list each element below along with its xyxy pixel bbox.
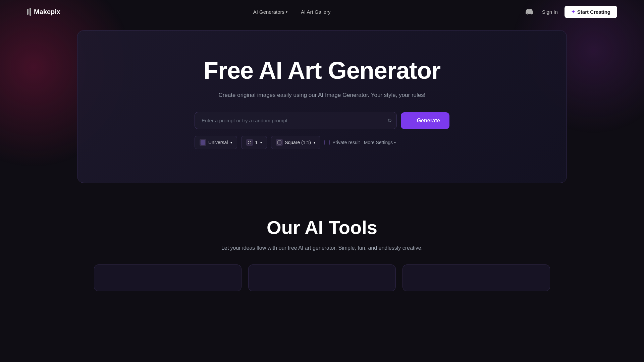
more-settings-chevron-icon: ▾ — [394, 141, 396, 144]
logo-bar-1 — [27, 9, 29, 15]
controls-row: Universal ▾ 1 ▾ Square (1 — [195, 136, 449, 149]
svg-rect-4 — [278, 141, 281, 144]
nav-ai-art-gallery[interactable]: AI Art Gallery — [301, 9, 330, 15]
model-chevron-icon: ▾ — [230, 141, 232, 144]
count-chevron-icon: ▾ — [260, 141, 262, 144]
discord-button[interactable] — [523, 6, 535, 18]
sparkle-icon: ✦ — [571, 9, 575, 14]
navbar-right: Sign In ✦ Start Creating — [523, 6, 617, 18]
ai-tools-subtitle: Let your ideas flow with our free AI art… — [27, 245, 617, 251]
nav-ai-generators[interactable]: AI Generators ▾ — [253, 9, 287, 15]
count-icon — [246, 139, 253, 146]
aspect-ratio-selector[interactable]: Square (1:1) ▾ — [271, 136, 320, 149]
model-icon — [200, 139, 206, 146]
prompt-area: ↻ ✦ Generate — [195, 112, 449, 129]
ai-tools-title: Our AI Tools — [27, 217, 617, 238]
svg-rect-0 — [248, 141, 249, 142]
tool-card-3[interactable] — [402, 264, 550, 291]
refresh-icon[interactable]: ↻ — [387, 117, 392, 124]
generate-sparkle-icon: ✦ — [410, 118, 414, 123]
ai-tools-section: Our AI Tools Let your ideas flow with ou… — [0, 196, 644, 305]
logo-link[interactable]: Makepix — [27, 8, 60, 16]
svg-rect-3 — [250, 143, 251, 144]
private-result-control[interactable]: Private result — [324, 140, 360, 145]
svg-rect-1 — [250, 141, 251, 142]
logo-icon — [27, 8, 31, 16]
prompt-input[interactable] — [195, 112, 396, 129]
navbar: Makepix AI Generators ▾ AI Art Gallery S… — [0, 0, 644, 23]
signin-button[interactable]: Sign In — [542, 9, 558, 15]
aspect-icon — [276, 139, 283, 146]
model-selector[interactable]: Universal ▾ — [195, 136, 237, 149]
hero-subtitle: Create original images easily using our … — [91, 92, 553, 99]
chevron-down-icon: ▾ — [286, 10, 287, 14]
generate-button[interactable]: ✦ Generate — [401, 112, 449, 129]
discord-icon — [526, 8, 533, 15]
aspect-chevron-icon: ▾ — [314, 141, 315, 144]
prompt-input-wrapper: ↻ — [195, 112, 397, 129]
logo-bar-2 — [30, 8, 31, 16]
hero-title: Free AI Art Generator — [91, 57, 553, 84]
navbar-center: AI Generators ▾ AI Art Gallery — [253, 9, 331, 15]
tool-cards-row — [27, 264, 617, 291]
tool-card-2[interactable] — [248, 264, 396, 291]
hero-section: Free AI Art Generator Create original im… — [77, 30, 567, 183]
private-result-checkbox[interactable] — [324, 140, 330, 145]
start-creating-button[interactable]: ✦ Start Creating — [565, 6, 617, 18]
count-selector[interactable]: 1 ▾ — [241, 136, 267, 149]
more-settings-control[interactable]: More Settings ▾ — [364, 140, 396, 145]
tool-card-1[interactable] — [94, 264, 241, 291]
logo-text: Makepix — [34, 8, 60, 16]
svg-rect-2 — [248, 143, 249, 144]
